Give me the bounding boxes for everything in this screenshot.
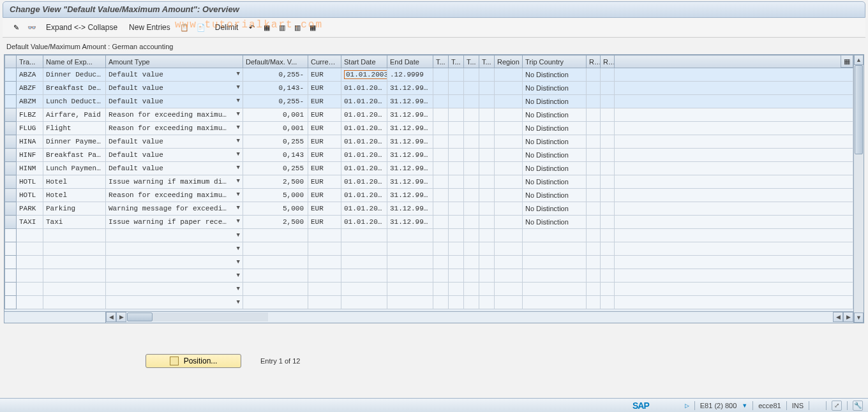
cell-currency[interactable]: EUR (308, 122, 341, 135)
cell-currency[interactable]: EUR (308, 82, 341, 95)
cell-t2[interactable] (449, 108, 464, 122)
cell-region[interactable] (495, 108, 523, 122)
table-row-empty[interactable]: ▼ (5, 296, 853, 309)
cell-trip-country[interactable]: No Distinction (523, 216, 587, 229)
row-selector[interactable] (5, 202, 17, 216)
hscroll-right2-icon[interactable]: ▶ (843, 312, 853, 322)
col-currency[interactable]: Currency (308, 55, 341, 68)
cell-value[interactable]: 0,255- (243, 68, 308, 82)
dropdown-icon[interactable]: ▼ (237, 178, 240, 184)
toggle-change-icon[interactable]: ✎ (9, 20, 23, 34)
cell-amount-type[interactable]: Reason for exceeding maximu…▼ (106, 189, 243, 202)
cell-trip-country[interactable]: No Distinction (523, 162, 587, 175)
cell-code[interactable]: FLUG (17, 122, 43, 135)
dropdown-icon[interactable]: ▼ (237, 111, 240, 117)
row-selector[interactable] (5, 108, 17, 122)
cell-region[interactable] (495, 162, 523, 175)
cell-end-date[interactable]: 31.12.9999 (387, 122, 433, 135)
cell-end-date[interactable]: 31.12.9999 (387, 175, 433, 189)
cell-value[interactable]: 2,500 (243, 216, 308, 229)
row-selector[interactable] (5, 175, 17, 189)
cell-t3[interactable] (464, 82, 479, 95)
undo-icon[interactable]: ↶ (244, 20, 258, 34)
dropdown-icon[interactable]: ▼ (237, 299, 240, 305)
cell-r2[interactable] (601, 216, 615, 229)
copy-as-icon[interactable]: 📋 (177, 20, 192, 34)
table-row[interactable]: TAXI Taxi Issue warning if paper rece…▼ … (5, 216, 853, 229)
cell-start-date[interactable]: 01.01.2002 (341, 202, 387, 216)
cell-name[interactable]: Taxi (43, 216, 106, 229)
col-default-max[interactable]: Default/Max. V... (243, 55, 308, 68)
cell-t4[interactable] (479, 135, 495, 149)
cell-start-date[interactable]: 01.01.2010 (341, 108, 387, 122)
cell-region[interactable] (495, 135, 523, 149)
cell-region[interactable] (495, 189, 523, 202)
cell-start-date[interactable]: 01.01.2010 (341, 216, 387, 229)
cell-currency[interactable]: EUR (308, 175, 341, 189)
cell-trip-country[interactable]: No Distinction (523, 68, 587, 82)
cell-t1[interactable] (433, 82, 449, 95)
table-row[interactable]: HOTL Hotel Reason for exceeding maximu…▼… (5, 189, 853, 202)
row-selector[interactable] (5, 256, 17, 269)
row-selector[interactable] (5, 149, 17, 162)
cell-start-date[interactable]: 01.01.2003▥ (341, 68, 387, 82)
cell-currency[interactable]: EUR (308, 216, 341, 229)
cell-r2[interactable] (601, 82, 615, 95)
cell-t3[interactable] (464, 216, 479, 229)
cell-r2[interactable] (601, 175, 615, 189)
row-selector[interactable] (5, 189, 17, 202)
delimit-button[interactable]: Delimit (210, 23, 244, 32)
row-selector[interactable] (5, 162, 17, 175)
cell-t4[interactable] (479, 122, 495, 135)
cell-t2[interactable] (449, 149, 464, 162)
cell-trip-country[interactable]: No Distinction (523, 108, 587, 122)
cell-region[interactable] (495, 149, 523, 162)
cell-t3[interactable] (464, 149, 479, 162)
cell-name[interactable]: Flight (43, 122, 106, 135)
cell-value[interactable]: 0,255 (243, 162, 308, 175)
cell-t2[interactable] (449, 122, 464, 135)
cell-trip-country[interactable]: No Distinction (523, 95, 587, 108)
cell-r1[interactable] (587, 189, 601, 202)
cell-amount-type[interactable]: Issue warning if paper rece…▼ (106, 216, 243, 229)
cell-r1[interactable] (587, 68, 601, 82)
cell-t2[interactable] (449, 189, 464, 202)
table-row-empty[interactable]: ▼ (5, 256, 853, 269)
cell-name[interactable]: Lunch Paymen… (43, 162, 106, 175)
cell-r2[interactable] (601, 149, 615, 162)
cell-code[interactable]: HOTL (17, 175, 43, 189)
cell-t2[interactable] (449, 95, 464, 108)
row-selector[interactable] (5, 82, 17, 95)
cell-code[interactable]: HOTL (17, 189, 43, 202)
dropdown-icon[interactable]: ▼ (237, 98, 240, 104)
cell-code[interactable]: ABZM (17, 95, 43, 108)
cell-currency[interactable]: EUR (308, 108, 341, 122)
cell-value[interactable]: 5,000 (243, 189, 308, 202)
cell-t1[interactable] (433, 135, 449, 149)
col-t4[interactable]: T... (479, 55, 495, 68)
cell-t4[interactable] (479, 216, 495, 229)
cell-currency[interactable]: EUR (308, 202, 341, 216)
cell-t4[interactable] (479, 162, 495, 175)
cell-trip-country[interactable]: No Distinction (523, 189, 587, 202)
cell-name[interactable]: Airfare, Paid (43, 108, 106, 122)
cell-t3[interactable] (464, 95, 479, 108)
cell-amount-type[interactable]: Issue warning if maximum di…▼ (106, 175, 243, 189)
dropdown-icon[interactable]: ▼ (237, 84, 240, 91)
row-selector[interactable] (5, 135, 17, 149)
table-row[interactable]: ABZM Lunch Deducti… Default value▼ 0,255… (5, 95, 853, 108)
col-amount-type[interactable]: Amount Type (106, 55, 243, 68)
col-trip-country[interactable]: Trip Country (523, 55, 587, 68)
cell-r1[interactable] (587, 149, 601, 162)
cell-start-date[interactable]: 01.01.2010 (341, 189, 387, 202)
cell-region[interactable] (495, 175, 523, 189)
cell-trip-country[interactable]: No Distinction (523, 175, 587, 189)
dropdown-icon[interactable]: ▼ (237, 191, 240, 198)
cell-amount-type[interactable]: Reason for exceeding maximu…▼ (106, 108, 243, 122)
hscroll-track[interactable] (127, 313, 268, 321)
cell-t1[interactable] (433, 162, 449, 175)
cell-amount-type[interactable]: Reason for exceeding maximu…▼ (106, 122, 243, 135)
cell-name[interactable]: Dinner Paymen… (43, 135, 106, 149)
cell-r2[interactable] (601, 122, 615, 135)
table-row[interactable]: HINF Breakfast Pay… Default value▼ 0,143… (5, 149, 853, 162)
